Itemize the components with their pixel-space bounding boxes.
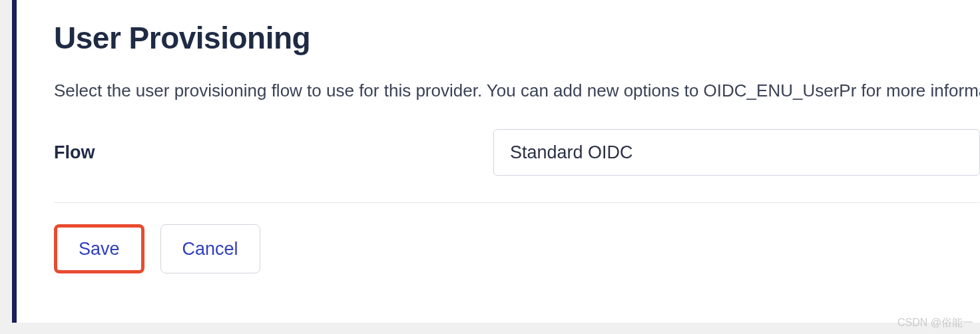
description-text: Select the user provisioning flow to use… [54, 76, 980, 105]
user-provisioning-panel: User Provisioning Select the user provis… [17, 0, 980, 323]
flow-row: Flow Standard OIDC [54, 129, 980, 176]
accent-stripe [12, 0, 17, 323]
page-title: User Provisioning [54, 20, 980, 56]
save-button[interactable]: Save [54, 224, 144, 273]
flow-select[interactable]: Standard OIDC [493, 129, 980, 176]
flow-select-value: Standard OIDC [510, 142, 633, 163]
cancel-button[interactable]: Cancel [160, 224, 260, 273]
flow-label: Flow [54, 142, 493, 163]
watermark: CSDN @俗能一 [897, 316, 973, 330]
divider [54, 202, 979, 203]
button-row: Save Cancel [54, 224, 980, 273]
